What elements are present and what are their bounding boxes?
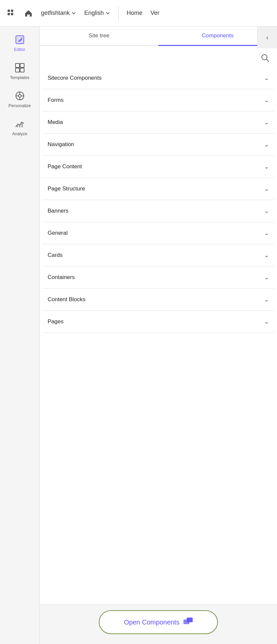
nav-home-label: Home: [127, 10, 142, 17]
component-label: Sitecore Components: [48, 75, 101, 81]
component-label: Pages: [48, 318, 63, 325]
component-label: Navigation: [48, 141, 74, 148]
svg-rect-17: [19, 124, 20, 127]
sidebar-item-templates[interactable]: Templates: [0, 57, 39, 85]
component-label: Banners: [48, 208, 68, 214]
component-item-page-content[interactable]: Page Content ⌄: [42, 156, 274, 178]
chevron-down-icon: ⌄: [264, 185, 269, 192]
back-icon: ‹: [266, 34, 268, 41]
component-label: Containers: [48, 274, 75, 281]
svg-rect-8: [16, 68, 20, 72]
editor-icon: [15, 34, 25, 45]
svg-rect-3: [11, 13, 13, 15]
editor-label: Editor: [14, 47, 25, 52]
chevron-down-icon: ⌄: [264, 318, 269, 325]
topbar-divider: [118, 7, 119, 20]
topbar-site-selector[interactable]: getfishtank: [38, 10, 79, 17]
search-icon: [260, 53, 270, 62]
component-item-sitecore-components[interactable]: Sitecore Components ⌄: [42, 67, 274, 89]
sidebar-item-editor[interactable]: Editor: [0, 29, 39, 57]
analyze-icon: [15, 119, 25, 129]
right-panel: Site tree Components ‹ Sitecore Componen…: [40, 26, 277, 644]
component-item-general[interactable]: General ⌄: [42, 222, 274, 244]
component-label: Media: [48, 119, 63, 126]
component-item-pages[interactable]: Pages ⌄: [42, 311, 274, 333]
svg-line-20: [266, 59, 269, 61]
svg-rect-16: [17, 125, 18, 127]
nav-ver-label: Ver: [150, 10, 159, 17]
language-name: English: [84, 10, 104, 17]
grid-icon[interactable]: [4, 6, 19, 20]
back-button[interactable]: ‹: [257, 26, 277, 48]
component-item-containers[interactable]: Containers ⌄: [42, 266, 274, 289]
chevron-down-icon: ⌄: [264, 296, 269, 303]
templates-icon: [15, 62, 25, 73]
component-label: Forms: [48, 97, 63, 103]
svg-point-11: [19, 95, 21, 97]
svg-rect-9: [20, 68, 24, 72]
home-icon[interactable]: [21, 6, 36, 20]
svg-rect-22: [187, 618, 193, 622]
tabs-row: Site tree Components ‹: [40, 26, 277, 46]
chevron-down-icon: ⌄: [264, 119, 269, 126]
personalize-label: Personalize: [9, 103, 31, 108]
chevron-down-icon: ⌄: [264, 229, 269, 237]
site-name: getfishtank: [41, 10, 70, 17]
component-item-content-blocks[interactable]: Content Blocks ⌄: [42, 289, 274, 311]
component-label: Cards: [48, 252, 62, 259]
svg-rect-6: [16, 63, 20, 67]
chevron-down-icon: ⌄: [264, 74, 269, 82]
chevron-down-icon: ⌄: [264, 163, 269, 170]
chevron-down-icon: ⌄: [264, 141, 269, 148]
component-label: Content Blocks: [48, 296, 85, 303]
svg-rect-1: [11, 10, 13, 12]
component-item-forms[interactable]: Forms ⌄: [42, 89, 274, 111]
chevron-down-icon: ⌄: [264, 97, 269, 104]
topbar-nav-home[interactable]: Home: [124, 10, 145, 17]
templates-label: Templates: [10, 75, 29, 80]
component-item-navigation[interactable]: Navigation ⌄: [42, 134, 274, 156]
analyze-label: Analyze: [12, 131, 27, 136]
component-label: Page Content: [48, 163, 82, 170]
chevron-down-icon: ⌄: [264, 252, 269, 259]
component-item-cards[interactable]: Cards ⌄: [42, 244, 274, 266]
search-button[interactable]: [258, 51, 272, 64]
topbar: getfishtank English Home Ver: [0, 0, 277, 26]
open-components-button[interactable]: Open Components: [99, 610, 218, 634]
tab-site-tree[interactable]: Site tree: [40, 26, 158, 46]
topbar-nav-ver[interactable]: Ver: [148, 10, 162, 17]
component-item-page-structure[interactable]: Page Structure ⌄: [42, 178, 274, 200]
component-list: Sitecore Components ⌄ Forms ⌄ Media ⌄ Na…: [40, 67, 277, 604]
component-item-banners[interactable]: Banners ⌄: [42, 200, 274, 222]
chevron-down-icon: ⌄: [264, 207, 269, 215]
svg-rect-18: [21, 123, 23, 127]
chevron-down-icon: ⌄: [264, 274, 269, 281]
svg-rect-2: [8, 13, 10, 15]
search-area: [40, 46, 277, 67]
svg-rect-7: [20, 63, 24, 67]
sidebar-item-personalize[interactable]: Personalize: [0, 85, 39, 113]
topbar-language-selector[interactable]: English: [82, 10, 113, 17]
personalize-icon: [15, 91, 25, 101]
left-sidebar: Editor Templates Personalize: [0, 26, 40, 644]
component-label: Page Structure: [48, 185, 85, 192]
bottom-area: Open Components: [40, 604, 277, 644]
open-components-label: Open Components: [124, 619, 179, 626]
sidebar-item-analyze[interactable]: Analyze: [0, 113, 39, 141]
open-components-icon: [183, 618, 193, 627]
component-item-media[interactable]: Media ⌄: [42, 111, 274, 134]
svg-rect-0: [8, 10, 10, 12]
component-label: General: [48, 230, 67, 236]
main-layout: Editor Templates Personalize: [0, 26, 277, 644]
